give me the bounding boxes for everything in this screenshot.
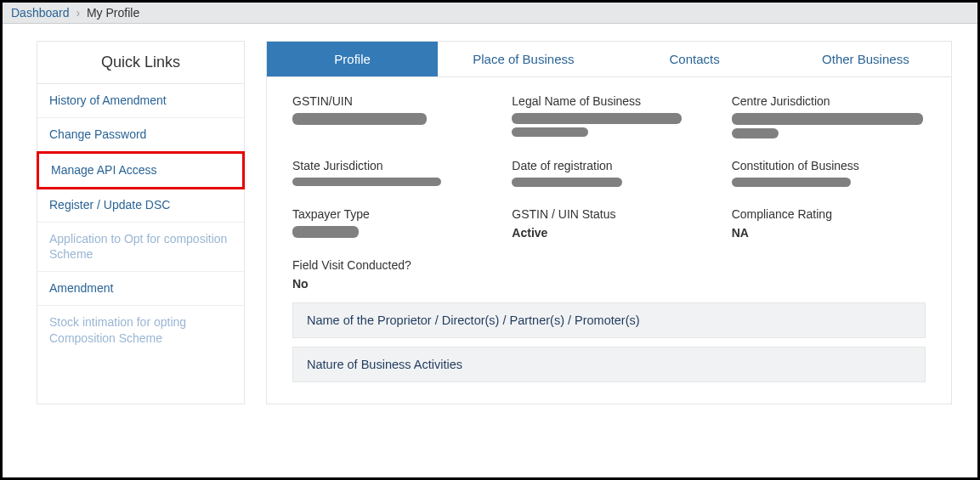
breadcrumb-separator: › [76,6,80,20]
state-jurisdiction-value-redacted [292,178,486,186]
sidebar-item-application-composition: Application to Opt for composition Schem… [37,223,244,273]
compliance-rating-label: Compliance Rating [732,207,926,221]
quick-links-sidebar: Quick Links History of Amendment Change … [37,41,245,404]
main-content: Profile Place of Business Contacts Other… [266,41,952,404]
constitution-label: Constitution of Business [732,159,926,172]
tab-contacts[interactable]: Contacts [609,42,780,76]
sidebar-item-history-amendment[interactable]: History of Amendment [37,84,244,118]
state-jurisdiction-label: State Jurisdiction [292,159,486,172]
accordion-business-activities[interactable]: Nature of Business Activities [292,347,926,382]
field-compliance-rating: Compliance Rating NA [732,207,926,241]
breadcrumb-current: My Profile [87,6,139,20]
field-constitution: Constitution of Business [732,159,926,190]
legal-name-value-redacted [512,113,705,137]
tab-place-of-business[interactable]: Place of Business [438,42,609,76]
constitution-value-redacted [732,178,926,187]
tab-bar: Profile Place of Business Contacts Other… [266,41,952,76]
gstin-label: GSTIN/UIN [292,94,486,108]
sidebar-item-change-password[interactable]: Change Password [37,118,244,152]
tab-other-business[interactable]: Other Business [780,42,951,76]
sidebar-item-manage-api-access[interactable]: Manage API Access [37,151,245,189]
breadcrumb-dashboard-link[interactable]: Dashboard [11,6,70,20]
centre-jurisdiction-label: Centre Jurisdiction [732,94,926,108]
gstin-status-label: GSTIN / UIN Status [512,207,705,221]
field-gstin-status: GSTIN / UIN Status Active [512,207,705,241]
field-gstin: GSTIN/UIN [292,94,486,142]
accordion-proprietor-directors[interactable]: Name of the Proprietor / Director(s) / P… [292,302,926,338]
legal-name-label: Legal Name of Business [512,94,705,108]
profile-panel: GSTIN/UIN Legal Name of Business Centre … [266,76,952,404]
sidebar-item-register-update-dsc[interactable]: Register / Update DSC [37,189,244,223]
tab-profile[interactable]: Profile [267,42,438,76]
breadcrumb: Dashboard › My Profile [3,3,977,24]
field-visit-value: No [292,277,486,291]
date-registration-value-redacted [512,178,705,187]
date-registration-label: Date of registration [512,159,705,172]
gstin-value-redacted [292,113,486,125]
sidebar-item-stock-intimation: Stock intimation for opting Composition … [37,306,244,355]
field-visit-label: Field Visit Conducted? [292,258,486,272]
taxpayer-type-label: Taxpayer Type [292,207,486,221]
sidebar-title: Quick Links [37,42,244,84]
centre-jurisdiction-value-redacted [732,113,926,138]
field-visit-conducted: Field Visit Conducted? No [292,258,486,291]
field-date-registration: Date of registration [512,159,705,190]
sidebar-item-amendment[interactable]: Amendment [37,272,244,306]
field-taxpayer-type: Taxpayer Type [292,207,486,241]
taxpayer-type-value-redacted [292,226,486,238]
field-state-jurisdiction: State Jurisdiction [292,159,486,190]
field-centre-jurisdiction: Centre Jurisdiction [732,94,926,142]
gstin-status-value: Active [512,226,705,240]
compliance-rating-value: NA [732,226,926,240]
field-legal-name: Legal Name of Business [512,94,705,142]
